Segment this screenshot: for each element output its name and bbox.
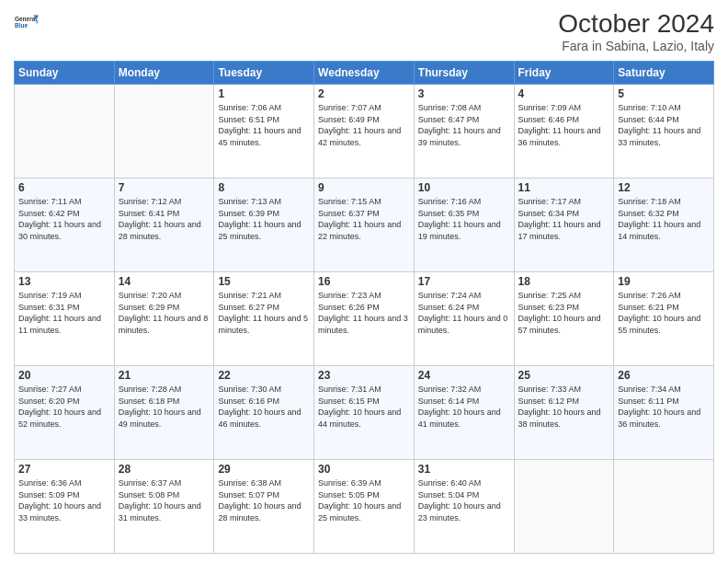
day-info: Sunrise: 7:33 AM Sunset: 6:12 PM Dayligh…	[518, 384, 610, 430]
day-info: Sunrise: 7:34 AM Sunset: 6:11 PM Dayligh…	[618, 384, 710, 430]
svg-marker-3	[35, 20, 39, 25]
day-info: Sunrise: 7:08 AM Sunset: 6:47 PM Dayligh…	[418, 102, 510, 148]
day-number: 29	[218, 463, 310, 476]
calendar-cell: 16Sunrise: 7:23 AM Sunset: 6:26 PM Dayli…	[314, 272, 415, 366]
day-info: Sunrise: 6:36 AM Sunset: 5:09 PM Dayligh…	[18, 477, 110, 523]
header: GeneralBlue October 2024 Fara in Sabina,…	[14, 9, 714, 53]
day-number: 30	[318, 463, 410, 476]
day-number: 20	[18, 369, 110, 382]
calendar-cell: 9Sunrise: 7:15 AM Sunset: 6:37 PM Daylig…	[314, 178, 415, 272]
day-info: Sunrise: 7:23 AM Sunset: 6:26 PM Dayligh…	[318, 290, 410, 336]
calendar-week-4: 20Sunrise: 7:27 AM Sunset: 6:20 PM Dayli…	[15, 366, 714, 460]
day-number: 4	[518, 87, 610, 100]
day-number: 1	[218, 87, 310, 100]
calendar-header-row: SundayMondayTuesdayWednesdayThursdayFrid…	[15, 62, 714, 85]
calendar-week-5: 27Sunrise: 6:36 AM Sunset: 5:09 PM Dayli…	[15, 460, 714, 554]
calendar-cell: 10Sunrise: 7:16 AM Sunset: 6:35 PM Dayli…	[414, 178, 514, 272]
day-info: Sunrise: 7:09 AM Sunset: 6:46 PM Dayligh…	[518, 102, 610, 148]
day-number: 9	[318, 181, 410, 194]
day-info: Sunrise: 7:12 AM Sunset: 6:41 PM Dayligh…	[119, 196, 210, 242]
day-number: 8	[218, 181, 310, 194]
day-info: Sunrise: 7:31 AM Sunset: 6:15 PM Dayligh…	[318, 384, 410, 430]
calendar-cell: 19Sunrise: 7:26 AM Sunset: 6:21 PM Dayli…	[614, 272, 714, 366]
calendar: SundayMondayTuesdayWednesdayThursdayFrid…	[14, 61, 714, 554]
day-header-wednesday: Wednesday	[314, 62, 415, 85]
calendar-week-2: 6Sunrise: 7:11 AM Sunset: 6:42 PM Daylig…	[15, 178, 714, 272]
calendar-cell: 4Sunrise: 7:09 AM Sunset: 6:46 PM Daylig…	[514, 85, 614, 178]
calendar-cell: 31Sunrise: 6:40 AM Sunset: 5:04 PM Dayli…	[414, 460, 514, 554]
day-info: Sunrise: 7:13 AM Sunset: 6:39 PM Dayligh…	[218, 196, 310, 242]
day-number: 10	[418, 181, 510, 194]
day-number: 23	[318, 369, 410, 382]
calendar-cell	[114, 85, 214, 178]
day-number: 17	[418, 275, 510, 288]
day-number: 14	[119, 275, 210, 288]
calendar-cell: 3Sunrise: 7:08 AM Sunset: 6:47 PM Daylig…	[414, 85, 514, 178]
calendar-cell	[614, 460, 714, 554]
day-info: Sunrise: 7:27 AM Sunset: 6:20 PM Dayligh…	[18, 384, 110, 430]
day-number: 15	[218, 275, 310, 288]
day-info: Sunrise: 7:06 AM Sunset: 6:51 PM Dayligh…	[218, 102, 310, 148]
calendar-week-3: 13Sunrise: 7:19 AM Sunset: 6:31 PM Dayli…	[15, 272, 714, 366]
day-header-monday: Monday	[114, 62, 214, 85]
page: GeneralBlue October 2024 Fara in Sabina,…	[0, 0, 728, 563]
day-number: 16	[318, 275, 410, 288]
svg-text:General: General	[15, 16, 37, 22]
day-info: Sunrise: 7:16 AM Sunset: 6:35 PM Dayligh…	[418, 196, 510, 242]
day-number: 19	[618, 275, 710, 288]
day-info: Sunrise: 7:25 AM Sunset: 6:23 PM Dayligh…	[518, 290, 610, 336]
calendar-cell	[514, 460, 614, 554]
calendar-cell: 26Sunrise: 7:34 AM Sunset: 6:11 PM Dayli…	[614, 366, 714, 460]
day-number: 5	[618, 87, 710, 100]
day-number: 26	[618, 369, 710, 382]
day-info: Sunrise: 7:28 AM Sunset: 6:18 PM Dayligh…	[119, 384, 210, 430]
month-title: October 2024	[558, 9, 714, 39]
calendar-cell: 2Sunrise: 7:07 AM Sunset: 6:49 PM Daylig…	[314, 85, 415, 178]
calendar-cell: 25Sunrise: 7:33 AM Sunset: 6:12 PM Dayli…	[514, 366, 614, 460]
day-info: Sunrise: 7:20 AM Sunset: 6:29 PM Dayligh…	[119, 290, 210, 336]
logo-icon: GeneralBlue	[14, 9, 40, 35]
day-number: 2	[318, 87, 410, 100]
day-info: Sunrise: 7:21 AM Sunset: 6:27 PM Dayligh…	[218, 290, 310, 336]
location: Fara in Sabina, Lazio, Italy	[558, 39, 714, 53]
calendar-cell: 17Sunrise: 7:24 AM Sunset: 6:24 PM Dayli…	[414, 272, 514, 366]
svg-text:Blue: Blue	[15, 22, 28, 29]
calendar-cell: 7Sunrise: 7:12 AM Sunset: 6:41 PM Daylig…	[114, 178, 214, 272]
calendar-cell: 20Sunrise: 7:27 AM Sunset: 6:20 PM Dayli…	[15, 366, 115, 460]
day-info: Sunrise: 7:26 AM Sunset: 6:21 PM Dayligh…	[618, 290, 710, 336]
calendar-cell: 14Sunrise: 7:20 AM Sunset: 6:29 PM Dayli…	[114, 272, 214, 366]
day-info: Sunrise: 7:18 AM Sunset: 6:32 PM Dayligh…	[618, 196, 710, 242]
calendar-cell: 27Sunrise: 6:36 AM Sunset: 5:09 PM Dayli…	[15, 460, 115, 554]
day-number: 28	[119, 463, 210, 476]
day-number: 11	[518, 181, 610, 194]
calendar-cell: 8Sunrise: 7:13 AM Sunset: 6:39 PM Daylig…	[214, 178, 314, 272]
day-number: 31	[418, 463, 510, 476]
calendar-cell: 13Sunrise: 7:19 AM Sunset: 6:31 PM Dayli…	[15, 272, 115, 366]
day-info: Sunrise: 6:37 AM Sunset: 5:08 PM Dayligh…	[119, 477, 210, 523]
day-number: 6	[18, 181, 110, 194]
day-info: Sunrise: 7:10 AM Sunset: 6:44 PM Dayligh…	[618, 102, 710, 148]
day-number: 22	[218, 369, 310, 382]
calendar-cell: 23Sunrise: 7:31 AM Sunset: 6:15 PM Dayli…	[314, 366, 415, 460]
day-info: Sunrise: 7:11 AM Sunset: 6:42 PM Dayligh…	[18, 196, 110, 242]
day-header-friday: Friday	[514, 62, 614, 85]
day-info: Sunrise: 7:24 AM Sunset: 6:24 PM Dayligh…	[418, 290, 510, 336]
day-info: Sunrise: 6:40 AM Sunset: 5:04 PM Dayligh…	[418, 477, 510, 523]
day-number: 7	[119, 181, 210, 194]
day-number: 13	[18, 275, 110, 288]
calendar-cell	[15, 85, 115, 178]
calendar-cell: 5Sunrise: 7:10 AM Sunset: 6:44 PM Daylig…	[614, 85, 714, 178]
day-number: 18	[518, 275, 610, 288]
calendar-cell: 30Sunrise: 6:39 AM Sunset: 5:05 PM Dayli…	[314, 460, 415, 554]
calendar-cell: 11Sunrise: 7:17 AM Sunset: 6:34 PM Dayli…	[514, 178, 614, 272]
day-info: Sunrise: 7:32 AM Sunset: 6:14 PM Dayligh…	[418, 384, 510, 430]
day-info: Sunrise: 7:19 AM Sunset: 6:31 PM Dayligh…	[18, 290, 110, 336]
day-info: Sunrise: 7:30 AM Sunset: 6:16 PM Dayligh…	[218, 384, 310, 430]
logo: GeneralBlue	[14, 9, 40, 35]
day-info: Sunrise: 6:38 AM Sunset: 5:07 PM Dayligh…	[218, 477, 310, 523]
calendar-cell: 1Sunrise: 7:06 AM Sunset: 6:51 PM Daylig…	[214, 85, 314, 178]
calendar-cell: 12Sunrise: 7:18 AM Sunset: 6:32 PM Dayli…	[614, 178, 714, 272]
day-header-sunday: Sunday	[15, 62, 115, 85]
title-block: October 2024 Fara in Sabina, Lazio, Ital…	[558, 9, 714, 53]
calendar-cell: 6Sunrise: 7:11 AM Sunset: 6:42 PM Daylig…	[15, 178, 115, 272]
